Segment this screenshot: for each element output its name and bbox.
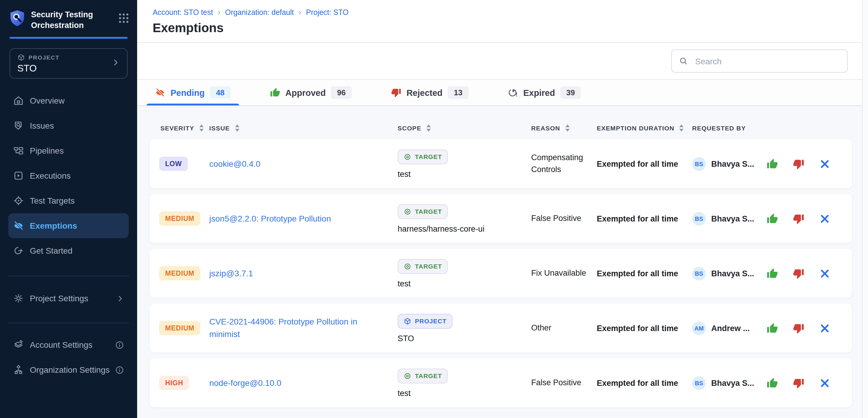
row-actions	[767, 268, 831, 279]
avatar: BS	[692, 212, 706, 225]
tab-count-badge: 96	[331, 86, 352, 99]
breadcrumb-account-link[interactable]: Account: STO test	[153, 8, 213, 16]
scope-name: STO	[398, 334, 414, 343]
main-content: Account: STO test › Organization: defaul…	[137, 0, 868, 418]
sto-shield-logo-icon	[9, 9, 25, 27]
cancel-exemption-button[interactable]	[819, 213, 831, 224]
breadcrumb-organization-link[interactable]: Organization: default	[225, 8, 294, 16]
scrollbar[interactable]	[862, 0, 868, 418]
reject-exemption-button[interactable]	[793, 213, 804, 224]
org-gear-icon	[13, 364, 24, 375]
cancel-exemption-button[interactable]	[819, 322, 831, 334]
scope-type-label: TARGET	[415, 153, 442, 160]
tab-pending[interactable]: Pending 48	[147, 80, 239, 105]
requested-by-cell: BS Bhavya S...	[692, 157, 852, 171]
reason-cell: Fix Unavailable	[531, 267, 597, 279]
column-header-requested-by[interactable]: REQUESTED BY	[692, 125, 852, 132]
scope-name: test	[398, 279, 411, 288]
requester-name: Bhavya S...	[711, 214, 754, 223]
cancel-exemption-button[interactable]	[819, 268, 831, 279]
sort-icon	[199, 125, 204, 132]
thumb-up-icon	[767, 322, 778, 334]
sidebar-item-issues[interactable]: Issues	[8, 113, 129, 138]
requested-by-cell: AM Andrew ...	[692, 321, 852, 335]
chevron-right-icon	[116, 294, 124, 302]
scope-badge: TARGET	[398, 149, 448, 164]
sidebar-item-project-settings[interactable]: Project Settings	[8, 286, 129, 311]
tab-count-badge: 48	[210, 86, 230, 99]
issue-link[interactable]: json5@2.2.0: Prototype Pollution	[209, 212, 331, 225]
reject-exemption-button[interactable]	[793, 158, 804, 169]
column-header-reason[interactable]: REASON	[531, 125, 597, 132]
sidebar-item-get-started[interactable]: Get Started	[8, 238, 129, 263]
toolbar	[137, 43, 868, 80]
approve-exemption-button[interactable]	[767, 213, 778, 224]
search-input[interactable]	[694, 56, 840, 66]
sidebar-item-organization-settings[interactable]: Organization Settings	[8, 357, 129, 382]
thumb-down-icon	[793, 377, 804, 388]
sidebar-header: Security Testing Orchestration	[0, 0, 137, 30]
tab-approved[interactable]: Approved 96	[261, 80, 360, 105]
reject-exemption-button[interactable]	[793, 268, 804, 279]
issue-link[interactable]: jszip@3.7.1	[209, 267, 253, 280]
table-row: MEDIUM json5@2.2.0: Prototype Pollution	[150, 194, 852, 243]
close-x-icon	[819, 268, 831, 279]
thumb-down-icon	[793, 158, 804, 169]
module-grid-icon[interactable]	[119, 13, 129, 26]
scope-badge: TARGET	[398, 259, 448, 274]
approve-exemption-button[interactable]	[767, 377, 778, 388]
scope-badge: TARGET	[398, 204, 448, 219]
reject-exemption-button[interactable]	[793, 377, 804, 388]
pipeline-icon	[13, 145, 24, 156]
thumb-up-icon	[767, 213, 778, 224]
play-square-icon	[13, 170, 24, 181]
reason-cell: False Positive	[531, 377, 597, 388]
tab-rejected[interactable]: Rejected 13	[383, 80, 477, 105]
column-header-scope[interactable]: SCOPE	[398, 125, 531, 132]
sidebar-item-test-targets[interactable]: Test Targets	[8, 188, 129, 213]
project-selector[interactable]: PROJECT STO	[9, 48, 128, 79]
column-header-exemption-duration[interactable]: EXEMPTION DURATION	[597, 125, 692, 132]
layers-gear-icon	[13, 339, 24, 350]
approve-exemption-button[interactable]	[767, 322, 778, 334]
chevron-right-icon	[112, 58, 120, 69]
requester-name: Andrew ...	[711, 324, 750, 333]
breadcrumb: Account: STO test › Organization: defaul…	[153, 8, 868, 17]
issue-link[interactable]: CVE-2021-44906: Prototype Pollution in m…	[209, 316, 376, 341]
sidebar-item-account-settings[interactable]: Account Settings	[8, 332, 129, 357]
approve-exemption-button[interactable]	[767, 268, 778, 279]
sidebar-item-exemptions[interactable]: Exemptions	[8, 213, 129, 238]
chevron-separator-icon: ›	[218, 8, 220, 17]
reject-exemption-button[interactable]	[793, 322, 804, 334]
table-header-row: SEVERITY ISSUE SCOPE REASON EXEMPTION DU…	[150, 106, 852, 139]
cancel-exemption-button[interactable]	[819, 158, 831, 169]
issue-link[interactable]: cookie@0.4.0	[209, 158, 260, 170]
reason-cell: False Positive	[531, 213, 597, 224]
sidebar-accent-line	[9, 37, 128, 39]
sidebar-divider	[8, 276, 129, 276]
issue-link[interactable]: node-forge@0.10.0	[209, 377, 281, 389]
scope-badge: PROJECT	[398, 314, 453, 328]
sidebar-item-executions[interactable]: Executions	[8, 163, 129, 188]
requester-name: Bhavya S...	[711, 378, 754, 387]
thumb-down-icon	[391, 88, 401, 98]
scope-name: harness/harness-core-ui	[398, 224, 485, 233]
target-icon	[404, 262, 411, 270]
scope-name: test	[398, 169, 411, 178]
tab-expired[interactable]: Expired 39	[499, 80, 589, 105]
target-icon	[404, 208, 411, 215]
cancel-exemption-button[interactable]	[819, 377, 831, 388]
table-row: MEDIUM CVE-2021-44906: Prototype Polluti…	[150, 304, 852, 352]
scope-type-label: TARGET	[415, 263, 442, 270]
approve-exemption-button[interactable]	[767, 158, 778, 169]
close-x-icon	[819, 158, 831, 169]
search-box	[671, 49, 848, 73]
exemptions-table: SEVERITY ISSUE SCOPE REASON EXEMPTION DU…	[137, 106, 868, 418]
breadcrumb-project-link[interactable]: Project: STO	[306, 8, 349, 16]
column-header-severity[interactable]: SEVERITY	[150, 125, 209, 132]
sidebar-item-pipelines[interactable]: Pipelines	[8, 138, 129, 163]
sidebar-item-overview[interactable]: Overview	[8, 88, 129, 113]
scope-type-label: TARGET	[415, 372, 442, 379]
avatar: BS	[692, 157, 706, 171]
column-header-issue[interactable]: ISSUE	[209, 125, 398, 132]
